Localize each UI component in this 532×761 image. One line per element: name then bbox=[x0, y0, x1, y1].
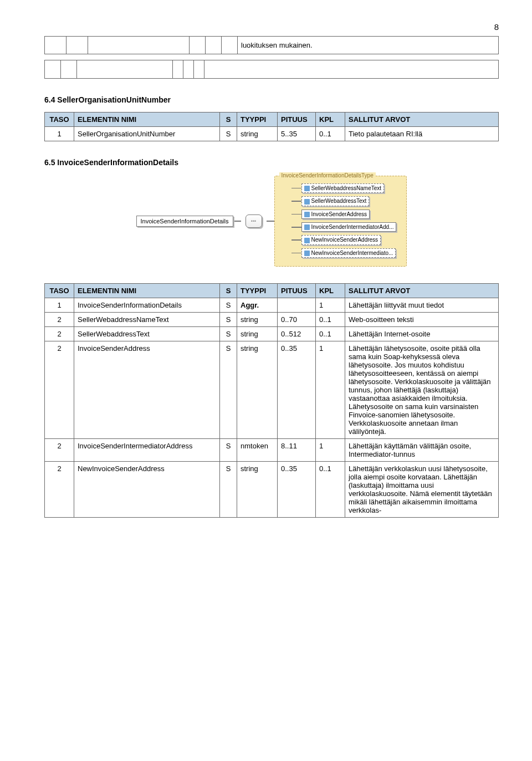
th-tyyppi: TYYPPI bbox=[237, 284, 278, 298]
cell: 0..512 bbox=[278, 327, 316, 341]
cell: 8..11 bbox=[278, 439, 316, 462]
cell: InvoiceSenderInformationDetails bbox=[74, 298, 220, 313]
cell: InvoiceSenderAddress bbox=[74, 341, 220, 439]
cell: Lähettäjän verkkolaskun uusi lähetysosoi… bbox=[345, 462, 499, 518]
cell: 1 bbox=[316, 341, 345, 439]
table-row: 2InvoiceSenderAddressSstring0..351Lähett… bbox=[45, 341, 499, 439]
diagram-item: NewInvoiceSenderAddress bbox=[291, 233, 397, 246]
cell: 2 bbox=[45, 341, 74, 439]
section-heading-64: 6.4 SellerOrganisationUnitNumber bbox=[44, 95, 499, 104]
page-number: 8 bbox=[44, 22, 499, 32]
diagram-item: InvoiceSenderIntermediatorAdd... bbox=[291, 221, 397, 233]
hanging-continuation-table: luokituksen mukainen. bbox=[44, 36, 499, 54]
cell: 0..1 bbox=[316, 313, 345, 327]
cell: Tieto palautetaan RI:llä bbox=[345, 127, 499, 141]
diagram-group-title: InvoiceSenderInformationDetailsType bbox=[279, 172, 376, 178]
cell: SellerOrganisationUnitNumber bbox=[74, 127, 220, 141]
th-pituus: PITUUS bbox=[278, 284, 316, 298]
diagram-item-label: InvoiceSenderIntermediatorAdd... bbox=[311, 224, 394, 230]
th-kpl: KPL bbox=[316, 113, 345, 127]
table-64: TASO ELEMENTIN NIMI S TYYPPI PITUUS KPL … bbox=[44, 112, 499, 141]
cell: Lähettäjän liittyvät muut tiedot bbox=[345, 298, 499, 313]
cell: Lähettäjän käyttämän välittäjän osoite, … bbox=[345, 439, 499, 462]
cell: S bbox=[220, 313, 237, 327]
th-taso: TASO bbox=[45, 284, 74, 298]
cell: Lähettäjän Internet-osoite bbox=[345, 327, 499, 341]
cell: string bbox=[237, 341, 278, 439]
cell: NewInvoiceSenderAddress bbox=[74, 462, 220, 518]
th-tyyppi: TYYPPI bbox=[237, 113, 278, 127]
cell: InvoiceSenderIntermediatorAddress bbox=[74, 439, 220, 462]
cell: 2 bbox=[45, 462, 74, 518]
cell: 0..35 bbox=[278, 341, 316, 439]
th-nimi: ELEMENTIN NIMI bbox=[74, 284, 220, 298]
blank-row-table bbox=[44, 60, 499, 79]
cell: 0..35 bbox=[278, 462, 316, 518]
th-arvot: SALLITUT ARVOT bbox=[345, 113, 499, 127]
diagram-item-label: SellerWebaddressText bbox=[311, 198, 367, 204]
th-taso: TASO bbox=[45, 113, 74, 127]
cell: nmtoken bbox=[237, 439, 278, 462]
cell: 0..1 bbox=[316, 127, 345, 141]
table-row: 1SellerOrganisationUnitNumberSstring5..3… bbox=[45, 127, 499, 141]
cell: SellerWebaddressNameText bbox=[74, 313, 220, 327]
schema-diagram: InvoiceSenderInformationDetails ••• Invo… bbox=[44, 176, 499, 267]
cell: Lähettäjän lähetysosoite, osoite pitää o… bbox=[345, 341, 499, 439]
table-row: 2NewInvoiceSenderAddressSstring0..350..1… bbox=[45, 462, 499, 518]
cell bbox=[278, 298, 316, 313]
diagram-item-label: NewInvoiceSenderAddress bbox=[311, 237, 378, 243]
cell: 1 bbox=[45, 127, 74, 141]
th-pituus: PITUUS bbox=[278, 113, 316, 127]
cell: string bbox=[237, 313, 278, 327]
cell: S bbox=[220, 298, 237, 313]
cell: 1 bbox=[316, 298, 345, 313]
table-row: 2SellerWebaddressTextSstring0..5120..1Lä… bbox=[45, 327, 499, 341]
cell: 1 bbox=[45, 298, 74, 313]
cell: 2 bbox=[45, 439, 74, 462]
cell: string bbox=[237, 127, 278, 141]
cell: S bbox=[220, 462, 237, 518]
cell: string bbox=[237, 327, 278, 341]
cell: 0..70 bbox=[278, 313, 316, 327]
th-arvot: SALLITUT ARVOT bbox=[345, 284, 499, 298]
section-heading-65: 6.5 InvoiceSenderInformationDetails bbox=[44, 158, 499, 167]
th-nimi: ELEMENTIN NIMI bbox=[74, 113, 220, 127]
diagram-item-label: InvoiceSenderAddress bbox=[311, 211, 367, 217]
diagram-root-box: InvoiceSenderInformationDetails bbox=[136, 216, 233, 227]
th-s: S bbox=[220, 284, 237, 298]
cell: S bbox=[220, 327, 237, 341]
diagram-item-label: NewInvoiceSenderIntermediato... bbox=[311, 250, 393, 256]
diagram-item: InvoiceSenderAddress bbox=[291, 208, 397, 221]
cell: Aggr. bbox=[237, 298, 278, 313]
th-s: S bbox=[220, 113, 237, 127]
cell: 1 bbox=[316, 439, 345, 462]
cell: 2 bbox=[45, 327, 74, 341]
table-row: 2SellerWebaddressNameTextSstring0..700..… bbox=[45, 313, 499, 327]
cell: 0..1 bbox=[316, 462, 345, 518]
cell: S bbox=[220, 127, 237, 141]
diagram-item: SellerWebaddressNameText bbox=[291, 182, 397, 195]
diagram-item: NewInvoiceSenderIntermediato... bbox=[291, 247, 397, 259]
table-row: 1InvoiceSenderInformationDetailsSAggr.1L… bbox=[45, 298, 499, 313]
cell: 2 bbox=[45, 313, 74, 327]
cell: SellerWebaddressText bbox=[74, 327, 220, 341]
hanging-text: luokituksen mukainen. bbox=[238, 37, 499, 54]
diagram-item-label: SellerWebaddressNameText bbox=[311, 185, 382, 191]
cell: Web-osoitteen teksti bbox=[345, 313, 499, 327]
cell: S bbox=[220, 341, 237, 439]
table-row: 2InvoiceSenderIntermediatorAddressSnmtok… bbox=[45, 439, 499, 462]
th-kpl: KPL bbox=[316, 284, 345, 298]
cell: string bbox=[237, 462, 278, 518]
sequence-icon: ••• bbox=[245, 214, 262, 228]
diagram-item: SellerWebaddressText bbox=[291, 195, 397, 207]
cell: S bbox=[220, 439, 237, 462]
table-65: TASO ELEMENTIN NIMI S TYYPPI PITUUS KPL … bbox=[44, 283, 499, 518]
cell: 5..35 bbox=[278, 127, 316, 141]
cell: 0..1 bbox=[316, 327, 345, 341]
